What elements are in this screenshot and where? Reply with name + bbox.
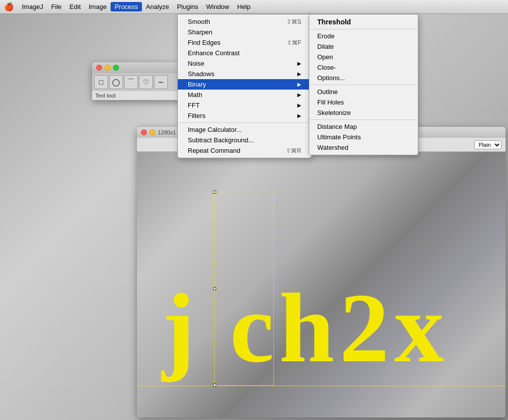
submenu-separator-3: [309, 119, 418, 120]
submenu-outline[interactable]: Outline: [309, 87, 418, 97]
minimize-button[interactable]: [105, 65, 111, 71]
menu-repeat-command[interactable]: Repeat Command ⇧⌘R: [178, 145, 311, 156]
menu-fft[interactable]: FFT ▶: [178, 100, 311, 110]
submenu-open[interactable]: Open: [309, 52, 418, 62]
rectangle-tool[interactable]: □: [94, 75, 108, 89]
menu-smooth[interactable]: Smooth ⇧⌘S: [178, 16, 311, 27]
menu-enhance-contrast[interactable]: Enhance Contrast: [178, 48, 311, 58]
submenu-separator-1: [309, 29, 418, 29]
menu-sharpen[interactable]: Sharpen: [178, 27, 311, 37]
menubar-image[interactable]: Image: [85, 2, 111, 11]
submenu-distance-map[interactable]: Distance Map: [309, 121, 418, 132]
image-canvas[interactable]: j ch2x: [137, 152, 506, 418]
menubar-file[interactable]: File: [47, 2, 66, 11]
plain-select[interactable]: Plain: [474, 140, 502, 149]
menu-subtract-background[interactable]: Subtract Background...: [178, 135, 311, 145]
menu-shadows[interactable]: Shadows ▶: [178, 69, 311, 79]
zoom-button[interactable]: [113, 65, 119, 71]
oval-tool[interactable]: ◯: [109, 75, 123, 89]
menubar-window[interactable]: Window: [202, 2, 233, 11]
menubar-process[interactable]: Process: [111, 2, 142, 11]
binary-submenu: Threshold Erode Dilate Open Close- Optio…: [309, 14, 418, 155]
submenu-fill-holes[interactable]: Fill Holes: [309, 97, 418, 107]
menu-math[interactable]: Math ▶: [178, 90, 311, 100]
selection-handle-tl[interactable]: [213, 191, 216, 194]
menu-filters[interactable]: Filters ▶: [178, 110, 311, 121]
menu-noise[interactable]: Noise ▶: [178, 58, 311, 69]
submenu-options[interactable]: Options...: [309, 73, 418, 83]
submenu-close[interactable]: Close-: [309, 62, 418, 73]
horizontal-guide: [137, 386, 506, 386]
menubar-plugins[interactable]: Plugins: [173, 2, 202, 11]
menu-find-edges[interactable]: Find Edges ⇧⌘F: [178, 37, 311, 48]
menubar-imagej[interactable]: ImageJ: [18, 2, 47, 11]
arc-tool[interactable]: ⌒: [124, 75, 138, 89]
close-button[interactable]: [96, 65, 102, 71]
image-yellow-text: j ch2x: [162, 278, 449, 378]
submenu-dilate[interactable]: Dilate: [309, 41, 418, 52]
submenu-watershed[interactable]: Watershed: [309, 142, 418, 153]
submenu-skeletonize[interactable]: Skeletonize: [309, 107, 418, 118]
selection-box: [214, 192, 274, 386]
menu-binary[interactable]: Binary ▶: [178, 79, 311, 90]
image-close-button[interactable]: [141, 129, 147, 135]
menubar-help[interactable]: Help: [233, 2, 254, 11]
menu-separator-1: [178, 122, 311, 123]
menubar-edit[interactable]: Edit: [66, 2, 85, 11]
apple-menu[interactable]: 🍎: [4, 2, 14, 12]
selection-handle-ml[interactable]: [213, 287, 216, 290]
image-window: 1280x1 Plain j ch2x: [137, 127, 506, 418]
submenu-separator-2: [309, 85, 418, 85]
image-title: 1280x1: [158, 129, 176, 135]
wand-tool[interactable]: ∼: [154, 75, 168, 89]
menubar: 🍎 ImageJ File Edit Image Process Analyze…: [0, 0, 508, 14]
submenu-erode[interactable]: Erode: [309, 31, 418, 41]
menubar-analyze[interactable]: Analyze: [142, 2, 173, 11]
process-menu: Smooth ⇧⌘S Sharpen Find Edges ⇧⌘F Enhanc…: [177, 14, 312, 158]
image-minimize-button[interactable]: [149, 129, 155, 135]
freehand-tool[interactable]: ♡: [139, 75, 153, 89]
submenu-threshold[interactable]: Threshold: [309, 16, 418, 27]
menu-image-calculator[interactable]: Image Calculator...: [178, 124, 311, 135]
submenu-ultimate-points[interactable]: Ultimate Points: [309, 132, 418, 142]
selection-handle-bl[interactable]: [213, 384, 216, 387]
